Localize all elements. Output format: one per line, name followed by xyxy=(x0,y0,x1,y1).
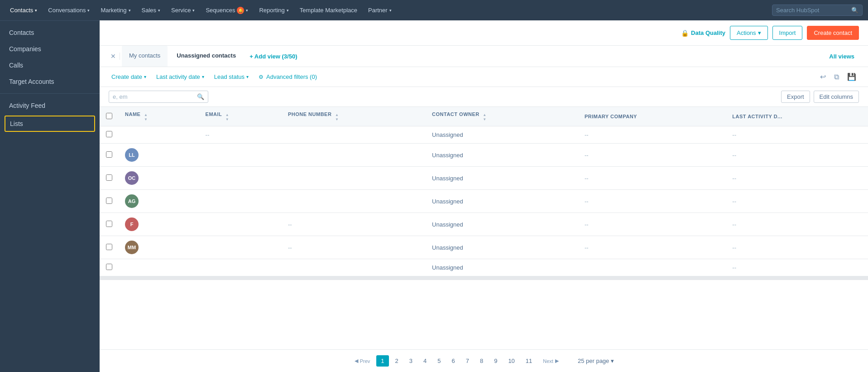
nav-sequences[interactable]: Sequences 🔔 ▾ xyxy=(201,4,253,17)
avatar: LL xyxy=(125,148,139,162)
col-email[interactable]: EMAIL ▲▼ xyxy=(199,107,282,126)
all-views-button[interactable]: All views xyxy=(825,47,859,66)
select-all-checkbox[interactable] xyxy=(106,113,112,119)
page-6-button[interactable]: 6 xyxy=(447,355,459,367)
row-activity: -- xyxy=(726,259,868,276)
tab-unassigned-contacts[interactable]: Unassigned contacts xyxy=(169,46,243,67)
nav-conversations[interactable]: Conversations ▾ xyxy=(43,4,94,16)
col-name[interactable]: NAME ▲▼ xyxy=(119,107,199,126)
nav-service[interactable]: Service ▾ xyxy=(167,4,199,16)
row-checkbox[interactable] xyxy=(106,244,112,250)
sidebar-item-lists[interactable]: Lists xyxy=(5,116,95,132)
row-phone xyxy=(282,144,426,167)
col-phone[interactable]: PHONE NUMBER ▲▼ xyxy=(282,107,426,126)
chevron-down-icon: ▾ xyxy=(192,8,195,13)
next-button[interactable]: Next ▶ xyxy=(538,356,563,366)
chevron-down-icon: ▾ xyxy=(611,358,614,364)
lead-status-filter[interactable]: Lead status ▾ xyxy=(211,72,251,82)
table-search-box[interactable]: 🔍 xyxy=(109,91,208,103)
export-button[interactable]: Export xyxy=(781,91,810,103)
row-checkbox[interactable] xyxy=(106,221,112,227)
undo-button[interactable]: ↩ xyxy=(817,71,829,83)
sidebar-item-contacts[interactable]: Contacts xyxy=(0,24,100,41)
nav-sales[interactable]: Sales ▾ xyxy=(137,4,165,16)
nav-partner[interactable]: Partner ▾ xyxy=(364,4,396,16)
tab-my-contacts[interactable]: My contacts xyxy=(122,46,168,67)
edit-columns-button[interactable]: Edit columns xyxy=(814,91,859,103)
row-name: AG xyxy=(119,190,199,213)
nav-contacts[interactable]: Contacts ▾ xyxy=(5,4,42,16)
advanced-filters-button[interactable]: ⚙ Advanced filters (0) xyxy=(256,72,320,82)
nav-template-marketplace[interactable]: Template Marketplace xyxy=(295,4,362,16)
page-8-button[interactable]: 8 xyxy=(475,355,488,367)
sidebar-item-activity-feed[interactable]: Activity Feed xyxy=(0,97,100,114)
page-1-button[interactable]: 1 xyxy=(376,355,388,367)
tab-close-button[interactable]: ✕ xyxy=(109,53,118,60)
col-owner[interactable]: CONTACT OWNER ▲▼ xyxy=(426,107,578,126)
table-search-input[interactable] xyxy=(113,93,194,100)
sort-arrows: ▲▼ xyxy=(225,113,229,121)
sidebar-item-companies[interactable]: Companies xyxy=(0,41,100,57)
row-email xyxy=(199,144,282,167)
row-checkbox-cell[interactable] xyxy=(100,213,119,236)
notification-badge: 🔔 xyxy=(237,7,244,14)
horizontal-scrollbar[interactable] xyxy=(100,276,868,280)
sidebar-item-calls[interactable]: Calls xyxy=(0,57,100,73)
page-11-button[interactable]: 11 xyxy=(521,355,537,367)
page-4-button[interactable]: 4 xyxy=(419,355,431,367)
row-checkbox-cell[interactable] xyxy=(100,144,119,167)
add-view-button[interactable]: + Add view (3/50) xyxy=(245,47,302,66)
page-5-button[interactable]: 5 xyxy=(433,355,445,367)
row-email: -- xyxy=(199,126,282,144)
per-page-selector[interactable]: 25 per page ▾ xyxy=(574,355,618,367)
row-checkbox[interactable] xyxy=(106,198,112,204)
data-quality-button[interactable]: 🔒 Data Quality xyxy=(681,29,725,37)
create-contact-button[interactable]: Create contact xyxy=(807,26,859,40)
avatar: AG xyxy=(125,194,139,208)
row-checkbox-cell[interactable] xyxy=(100,190,119,213)
import-button[interactable]: Import xyxy=(772,26,803,40)
col-company[interactable]: PRIMARY COMPANY xyxy=(578,107,726,126)
table-body: -- Unassigned -- -- LL Unassigned -- -- xyxy=(100,126,868,276)
prev-button[interactable]: ◀ Prev xyxy=(350,356,375,366)
row-checkbox-cell[interactable] xyxy=(100,167,119,190)
page-2-button[interactable]: 2 xyxy=(391,355,403,367)
nav-reporting[interactable]: Reporting ▾ xyxy=(254,4,293,16)
chevron-down-icon: ▾ xyxy=(202,74,204,79)
chevron-down-icon: ▾ xyxy=(144,74,146,79)
row-checkbox-cell[interactable] xyxy=(100,126,119,144)
chevron-right-icon: ▶ xyxy=(555,358,559,364)
col-activity[interactable]: LAST ACTIVITY D... xyxy=(726,107,868,126)
sort-arrows: ▲▼ xyxy=(144,113,148,121)
last-activity-filter[interactable]: Last activity date ▾ xyxy=(153,72,207,82)
tabs-row: ✕ My contacts Unassigned contacts + Add … xyxy=(100,46,868,67)
table-row: AG Unassigned -- -- xyxy=(100,190,868,213)
copy-button[interactable]: ⧉ xyxy=(831,71,842,83)
save-button[interactable]: 💾 xyxy=(844,71,859,83)
select-all-header[interactable] xyxy=(100,107,119,126)
sidebar-item-target-accounts[interactable]: Target Accounts xyxy=(0,73,100,90)
chevron-down-icon: ▾ xyxy=(246,74,249,79)
page-9-button[interactable]: 9 xyxy=(489,355,502,367)
header-bar: 🔒 Data Quality Actions ▾ Import Create c… xyxy=(100,20,868,46)
nav-marketing[interactable]: Marketing ▾ xyxy=(96,4,135,16)
row-checkbox[interactable] xyxy=(106,151,112,158)
row-owner: Unassigned xyxy=(426,259,578,276)
chevron-down-icon: ▾ xyxy=(758,29,761,36)
page-7-button[interactable]: 7 xyxy=(461,355,474,367)
create-date-filter[interactable]: Create date ▾ xyxy=(109,72,149,82)
page-3-button[interactable]: 3 xyxy=(405,355,417,367)
row-checkbox-cell[interactable] xyxy=(100,259,119,276)
main-layout: Contacts Companies Calls Target Accounts… xyxy=(0,20,868,372)
row-checkbox[interactable] xyxy=(106,264,112,270)
row-checkbox[interactable] xyxy=(106,131,112,137)
page-10-button[interactable]: 10 xyxy=(504,355,519,367)
search-input[interactable] xyxy=(776,7,849,14)
row-checkbox[interactable] xyxy=(106,174,112,181)
row-email xyxy=(199,213,282,236)
row-checkbox-cell[interactable] xyxy=(100,236,119,259)
global-search[interactable]: 🔍 xyxy=(772,5,863,16)
pagination-bar: ◀ Prev 1 2 3 4 5 6 7 8 9 10 11 Next ▶ 25… xyxy=(100,349,868,372)
actions-button[interactable]: Actions ▾ xyxy=(730,26,768,40)
row-company: -- xyxy=(578,126,726,144)
